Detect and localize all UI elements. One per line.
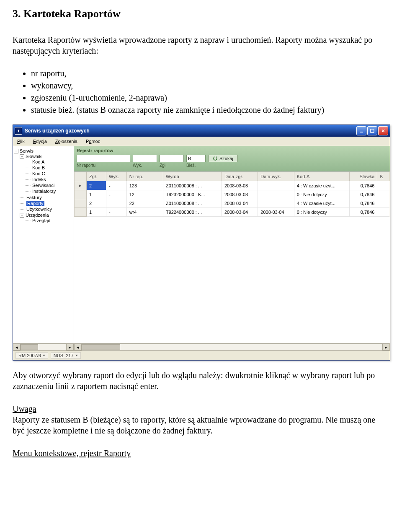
uwaga-label: Uwaga: [13, 404, 36, 413]
scroll-left-button[interactable]: ◂: [74, 344, 82, 350]
tree-raporty[interactable]: Raporty: [20, 201, 73, 206]
scroll-left-button[interactable]: ◂: [13, 344, 21, 350]
filter-nrraportu-input[interactable]: [77, 155, 130, 162]
tree-pane: −Serwis −Słowniki Kod A Kod B Kod C Inde…: [13, 146, 74, 343]
grid-pane: Rejestr raportów Szukaj Nr raportu W: [74, 146, 390, 343]
uwaga-block: Uwaga Raporty ze statusem B (bieżące) są…: [13, 403, 389, 436]
close-button[interactable]: [378, 126, 388, 135]
tree-serwisanci[interactable]: Serwisanci: [26, 183, 73, 188]
scroll-track-left[interactable]: [21, 344, 66, 350]
menu-plik[interactable]: Plik: [13, 139, 29, 144]
col-zgl[interactable]: Zgł.: [87, 172, 106, 181]
col-nrrap[interactable]: Nr rap.: [126, 172, 163, 181]
statusbar: RM 2007/6 NUS: 217: [13, 350, 390, 360]
tree-indeks[interactable]: Indeks: [26, 177, 73, 182]
tree-uzytkownicy[interactable]: Użytkownicy: [20, 207, 73, 212]
menu-kontekstowe-heading: Menu kontekstowe, rejestr Raporty: [13, 448, 389, 459]
scroll-thumb[interactable]: [82, 344, 120, 350]
tree-urzadzenia[interactable]: −Urządzenia: [20, 213, 73, 218]
tree-kod-b[interactable]: Kod B: [26, 165, 73, 170]
filter-title: Rejestr raportów: [77, 148, 387, 153]
tree-kod-c[interactable]: Kod C: [26, 171, 73, 176]
dropdown-icon: [43, 355, 45, 356]
menubar: Plik Edycja Zgłoszenia Pomoc: [13, 137, 390, 146]
menu-pomoc[interactable]: Pomoc: [82, 139, 104, 144]
tree-instalatorzy[interactable]: Instalatorzy: [26, 189, 73, 194]
criteria-list: nr raportu, wykonawcy, zgłoszeniu (1-uru…: [31, 68, 389, 115]
col-k[interactable]: K: [377, 172, 390, 181]
dropdown-icon: [75, 355, 78, 356]
scroll-right-button[interactable]: ▸: [66, 344, 74, 350]
tree-faktury[interactable]: Faktury: [20, 195, 73, 200]
col-datazgl[interactable]: Data-zgł.: [222, 172, 258, 181]
col-rowheader[interactable]: [75, 172, 87, 181]
uwaga-text: Raporty ze statusem B (bieżące) są to ra…: [13, 415, 375, 435]
tree-serwis[interactable]: −Serwis: [14, 148, 73, 153]
filter-biez-input[interactable]: [186, 155, 206, 162]
scroll-right-button[interactable]: ▸: [382, 344, 390, 350]
filter-labels: Nr raportu Wyk. Zgł. Bież.: [77, 163, 387, 168]
data-grid[interactable]: Zgł. Wyk. Nr rap. Wyrób Data-zgł. Data-w…: [74, 171, 390, 343]
tree-przeglad[interactable]: Przegląd: [26, 218, 73, 223]
intro-paragraph: Kartoteka Raportów wyświetla wprowadzone…: [13, 34, 389, 56]
filter-wyk-input[interactable]: [133, 155, 157, 162]
col-wyrob[interactable]: Wyrób: [163, 172, 222, 181]
scroll-thumb[interactable]: [21, 344, 38, 350]
menu-zgloszenia[interactable]: Zgłoszenia: [51, 139, 82, 144]
filter-zgl-input[interactable]: [160, 155, 184, 162]
tree-kod-a[interactable]: Kod A: [26, 159, 73, 164]
para-open-raport: Aby otworzyć wybrany raport do edycji lu…: [13, 370, 389, 392]
svg-rect-0: [360, 132, 363, 132]
list-item: nr raportu,: [31, 68, 389, 79]
tree-slowniki[interactable]: −Słowniki: [20, 154, 73, 159]
window-title: Serwis urządzeń gazowych: [25, 128, 356, 134]
search-button-label: Szukaj: [219, 156, 233, 161]
col-stawka[interactable]: Stawka: [350, 172, 377, 181]
table-row[interactable]: 1 - 12 T9232000000 : K... 2008-03-03 0 :…: [75, 190, 390, 199]
col-koda[interactable]: Kod-A: [294, 172, 349, 181]
list-item: wykonawcy,: [31, 80, 389, 91]
list-item: zgłoszeniu (1-uruchomienie, 2-naprawa): [31, 92, 389, 103]
search-button[interactable]: Szukaj: [208, 155, 238, 162]
horizontal-scroll: ◂ ▸ ◂ ▸: [13, 343, 390, 350]
svg-rect-1: [371, 129, 374, 132]
scroll-track-right[interactable]: [82, 344, 382, 350]
table-row[interactable]: 2 - 22 Z0110000008 : ... 2008-03-04 4 : …: [75, 199, 390, 208]
table-row[interactable]: 1 - wr4 T9224000000 : ... 2008-03-04 200…: [75, 208, 390, 217]
refresh-icon: [213, 156, 218, 161]
filter-area: Rejestr raportów Szukaj Nr raportu W: [74, 146, 390, 171]
status-rm[interactable]: RM 2007/6: [15, 352, 48, 359]
menu-edycja[interactable]: Edycja: [29, 139, 51, 144]
minimize-button[interactable]: [356, 126, 366, 135]
col-datawyk[interactable]: Data-wyk.: [258, 172, 294, 181]
app-window: ✦ Serwis urządzeń gazowych Plik Edycja Z…: [13, 125, 390, 361]
section-heading: 3. Kartoteka Raportów: [13, 8, 389, 20]
list-item: statusie bież. (status B oznacza raporty…: [31, 104, 389, 115]
app-icon: ✦: [15, 127, 22, 135]
status-nus[interactable]: NUS: 217: [51, 352, 81, 359]
titlebar[interactable]: ✦ Serwis urządzeń gazowych: [13, 125, 390, 137]
maximize-button[interactable]: [367, 126, 377, 135]
table-row[interactable]: ▸ 2 - 123 Z0110000008 : ... 2008-03-03 4…: [75, 181, 390, 190]
col-wyk[interactable]: Wyk.: [106, 172, 127, 181]
